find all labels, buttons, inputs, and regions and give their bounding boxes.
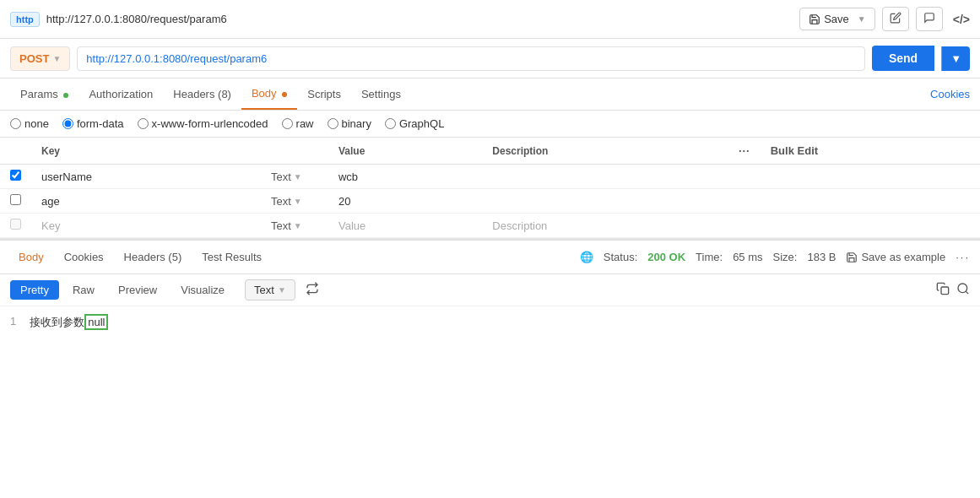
empty-value-cell[interactable]: Value <box>328 214 482 238</box>
format-type-chevron: ▼ <box>278 285 286 295</box>
form-data-radio[interactable]: form-data <box>62 117 124 130</box>
method-chevron: ▼ <box>52 54 61 63</box>
urlencoded-radio[interactable]: x-www-form-urlencoded <box>138 117 268 130</box>
save-button[interactable]: Save ▼ <box>799 8 875 30</box>
edit-button[interactable] <box>882 7 909 31</box>
row1-checkbox-cell[interactable] <box>0 165 31 189</box>
row1-more[interactable] <box>728 165 761 189</box>
line-numbers: 1 <box>10 315 16 330</box>
checkbox-header <box>0 138 31 165</box>
code-content: 接收到参数null <box>30 315 970 330</box>
response-tab-cookies[interactable]: Cookies <box>56 247 112 267</box>
tab-headers[interactable]: Headers (8) <box>163 79 241 109</box>
tab-params[interactable]: Params <box>10 79 79 109</box>
row1-type-cell[interactable]: Text ▼ <box>261 165 328 189</box>
row1-type-select[interactable]: Text ▼ <box>271 171 302 183</box>
raw-radio[interactable]: raw <box>282 117 314 130</box>
tab-settings[interactable]: Settings <box>351 79 411 109</box>
tab-body[interactable]: Body <box>241 78 297 110</box>
time-label: Time: <box>696 251 723 263</box>
empty-type-select[interactable]: Text ▼ <box>271 219 302 232</box>
graphql-radio[interactable]: GraphQL <box>385 117 444 130</box>
format-type-select[interactable]: Text ▼ <box>245 279 295 300</box>
format-visualize-button[interactable]: Visualize <box>171 280 235 300</box>
status-value: 200 OK <box>647 251 685 263</box>
format-raw-button[interactable]: Raw <box>62 280 105 300</box>
format-pretty-button[interactable]: Pretty <box>10 280 59 300</box>
send-button[interactable]: Send <box>872 46 934 71</box>
response-status-info: 🌐 Status: 200 OK Time: 65 ms Size: 183 B… <box>580 251 970 263</box>
time-value: 65 ms <box>733 251 762 263</box>
response-tab-headers[interactable]: Headers (5) <box>116 247 191 267</box>
bulk-edit-header[interactable]: Bulk Edit <box>761 138 980 165</box>
tab-scripts[interactable]: Scripts <box>297 79 351 109</box>
format-preview-button[interactable]: Preview <box>108 280 167 300</box>
save-example-button[interactable]: Save as example <box>846 251 945 263</box>
empty-key-cell[interactable]: Key <box>31 214 261 238</box>
svg-rect-0 <box>941 287 949 295</box>
more-options-button[interactable]: ··· <box>956 251 970 263</box>
tab-authorization[interactable]: Authorization <box>79 79 163 109</box>
row1-extra <box>761 165 980 189</box>
key-header: Key <box>31 138 261 165</box>
empty-more <box>728 214 761 238</box>
type-chevron: ▼ <box>294 172 302 181</box>
status-label: Status: <box>604 251 637 263</box>
http-badge: http <box>10 12 40 27</box>
empty-extra <box>761 214 980 238</box>
row1-description[interactable] <box>482 165 728 189</box>
table-row: userName Text ▼ wcb <box>0 165 980 189</box>
row2-extra <box>761 189 980 214</box>
wrap-toggle-button[interactable] <box>306 282 319 299</box>
more-dots-icon[interactable]: ··· <box>739 144 750 157</box>
save-example-icon <box>846 252 858 263</box>
response-tab-test-results[interactable]: Test Results <box>193 247 270 267</box>
send-dropdown-button[interactable]: ▼ <box>941 46 970 71</box>
highlighted-null: null <box>84 314 108 330</box>
type-header <box>261 138 328 165</box>
row2-type-cell[interactable]: Text ▼ <box>261 189 328 214</box>
save-icon <box>809 14 820 25</box>
comment-icon <box>923 12 935 24</box>
empty-checkbox-cell[interactable] <box>0 214 31 238</box>
response-tab-body[interactable]: Body <box>10 247 52 267</box>
row2-key[interactable]: age <box>31 189 261 214</box>
empty-desc-placeholder: Description <box>492 219 547 232</box>
method-select[interactable]: POST ▼ <box>10 46 70 71</box>
row2-checkbox[interactable] <box>10 194 21 205</box>
body-options: none form-data x-www-form-urlencoded raw… <box>0 111 980 138</box>
top-url: http://127.0.0.1:8080/request/param6 <box>46 13 793 25</box>
row1-key[interactable]: userName <box>31 165 261 189</box>
row2-type-select[interactable]: Text ▼ <box>271 195 302 208</box>
url-bar: POST ▼ Send ▼ <box>0 39 980 78</box>
size-label: Size: <box>773 251 798 263</box>
url-input[interactable] <box>77 46 865 71</box>
table-row-empty: Key Text ▼ Value Description <box>0 214 980 238</box>
type-chevron: ▼ <box>294 197 302 206</box>
svg-point-1 <box>958 284 967 293</box>
save-chevron[interactable]: ▼ <box>858 14 866 24</box>
row2-checkbox-cell[interactable] <box>0 189 31 214</box>
format-action-icons <box>936 282 970 298</box>
wrap-icon <box>306 282 319 295</box>
empty-type-cell[interactable]: Text ▼ <box>261 214 328 238</box>
row2-value[interactable]: 20 <box>328 189 482 214</box>
table-row: age Text ▼ 20 <box>0 189 980 214</box>
code-area: 1 接收到参数null <box>0 306 980 338</box>
row2-more[interactable] <box>728 189 761 214</box>
empty-desc-cell[interactable]: Description <box>482 214 728 238</box>
code-button[interactable]: </> <box>953 13 970 26</box>
svg-line-2 <box>966 291 968 294</box>
globe-icon: 🌐 <box>580 251 593 263</box>
search-button[interactable] <box>956 282 970 298</box>
binary-radio[interactable]: binary <box>328 117 371 130</box>
cookies-link[interactable]: Cookies <box>930 88 970 100</box>
row1-checkbox[interactable] <box>10 170 21 181</box>
comment-button[interactable] <box>916 7 943 31</box>
params-dot <box>63 93 68 98</box>
row1-value[interactable]: wcb <box>328 165 482 189</box>
row2-description[interactable] <box>482 189 728 214</box>
copy-button[interactable] <box>936 282 950 298</box>
response-bar: Body Cookies Headers (5) Test Results 🌐 … <box>0 239 980 274</box>
none-radio[interactable]: none <box>10 117 49 130</box>
